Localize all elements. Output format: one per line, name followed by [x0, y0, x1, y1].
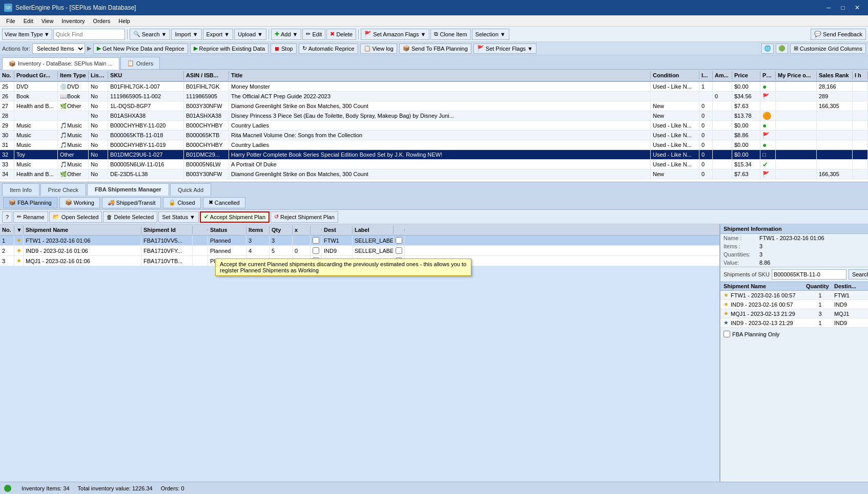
minimize-button[interactable]: ─ [822, 3, 835, 13]
fba-col-dest[interactable]: Dest [322, 226, 353, 234]
fba-accept-shipment-button[interactable]: ✔ Accept Shipment Plan [200, 211, 270, 223]
shipment-list-item[interactable]: ★ MQJ1 - 2023-02-13 21:29 3 MQJ1 [720, 309, 868, 318]
fba-set-status-button[interactable]: Set Status ▼ [158, 211, 199, 223]
fba-col-id[interactable]: Shipment Id [141, 226, 193, 234]
set-pricer-flags-button[interactable]: 🚩 Set Pricer Flags ▼ [473, 44, 536, 54]
table-row[interactable]: 32 Toy Other No B01DMC29U6-1-027 B01DMC2… [0, 150, 868, 160]
automatic-reprice-button[interactable]: ↻ Automatic Reprice [299, 44, 358, 54]
table-row[interactable]: 27 Health and B... 🌿 Other No 1L-DQSD-8G… [0, 101, 868, 111]
menu-help[interactable]: Help [114, 17, 134, 25]
upload-button[interactable]: Upload ▼ [234, 29, 266, 40]
table-row[interactable]: 30 Music 🎵 Music No B000065KTB-11-018 B0… [0, 131, 868, 140]
col-header-itemtype[interactable]: Item Type [58, 71, 89, 79]
maximize-button[interactable]: □ [836, 3, 850, 13]
fba-subtab-cancelled[interactable]: ✖ Cancelled [203, 197, 245, 208]
col-header-listed[interactable]: Liste... [89, 71, 108, 79]
fba-cell-qty: 3 [270, 235, 293, 245]
fba-subtab-planning[interactable]: 📦 FBA Planning [3, 197, 57, 208]
table-row[interactable]: 26 Book 📖 Book No 1119865905-11-002 1119… [0, 92, 868, 101]
table-row[interactable]: 31 Music 🎵 Music No B000CHYHBY-11-019 B0… [0, 140, 868, 150]
tab-price-check[interactable]: Price Check [40, 183, 86, 196]
shipment-list-item[interactable]: ★ IND9 - 2023-02-16 00:57 1 IND9 [720, 300, 868, 309]
import-button[interactable]: Import ▼ [171, 29, 201, 40]
col-header-pri[interactable]: Pri... [760, 71, 776, 79]
view-log-button[interactable]: 📋 View log [360, 44, 397, 54]
menu-orders[interactable]: Orders [89, 17, 115, 25]
close-button[interactable]: ✕ [851, 3, 864, 13]
fba-reject-shipment-button[interactable]: ↺ Reject Shipment Plan [271, 211, 338, 223]
menu-inventory[interactable]: Inventory [57, 17, 89, 25]
col-header-condition[interactable]: Condition [651, 71, 699, 79]
tab-inventory[interactable]: 📦 Inventory - DataBase: SEPlus Main ... [2, 57, 119, 70]
get-new-price-button[interactable]: ▶ Get New Price Data and Reprice [93, 44, 188, 54]
fba-subtab-shipped[interactable]: 🚚 Shipped/Transit [102, 197, 161, 208]
edit-label: Edit [312, 31, 322, 37]
menu-view[interactable]: View [37, 17, 58, 25]
table-row[interactable]: 25 DVD 💿 DVD No B01FIHL7GK-1-007 B01FIHL… [0, 82, 868, 92]
fba-col-status[interactable]: Status [208, 226, 246, 234]
menu-file[interactable]: File [2, 17, 19, 25]
fba-col-x[interactable]: x [293, 226, 311, 234]
tab-item-info[interactable]: Item Info [2, 183, 39, 196]
cell-itemtype: Other [58, 150, 89, 159]
set-amazon-flags-button[interactable]: 🚩 Set Amazon Flags ▼ [361, 29, 429, 40]
reprice-existing-button[interactable]: ▶ Reprice with Existing Data [190, 44, 268, 54]
view-item-type-button[interactable]: View Item Type ▼ [2, 29, 52, 40]
fba-open-selected-button[interactable]: 📂 Open Selected [49, 211, 102, 223]
col-header-salesrank[interactable]: Sales Rank [817, 71, 853, 79]
stop-button[interactable]: ⏹ Stop [271, 44, 297, 54]
col-header-title[interactable]: Title [229, 71, 651, 79]
fba-col-items[interactable]: Items [246, 226, 270, 234]
tab-orders[interactable]: 📋 Orders [120, 57, 160, 69]
menu-edit[interactable]: Edit [19, 17, 37, 25]
delete-button[interactable]: ✖ Delete [326, 29, 356, 40]
selection-button[interactable]: Selection ▼ [472, 29, 509, 40]
fba-list-item[interactable]: 2 ★ IND9 - 2023-02-16 01:06 FBA1710VFY..… [0, 246, 719, 256]
actions-for-select[interactable]: Selected Items [32, 44, 85, 54]
fba-row-checkbox2[interactable] [396, 237, 402, 244]
col-header-prodgr[interactable]: Product Gr... [14, 71, 58, 79]
icons-btn-1[interactable]: 🌐 [761, 44, 774, 54]
fba-delete-selected-button[interactable]: 🗑 Delete Selected [103, 211, 157, 223]
fba-planning-only-checkbox[interactable] [724, 331, 730, 337]
add-button[interactable]: ✚ Add ▼ [271, 29, 301, 40]
col-header-asin[interactable]: ASIN / ISB... [184, 71, 229, 79]
col-header-am[interactable]: Am... [713, 71, 732, 79]
table-row[interactable]: 29 Music 🎵 Music No B000CHYHBY-11-020 B0… [0, 121, 868, 131]
col-header-ih[interactable]: I h [853, 71, 868, 79]
sku-input[interactable] [772, 269, 846, 280]
table-row[interactable]: 34 Health and B... 🌿 Other No DE-23D5-LL… [0, 169, 868, 179]
tab-quick-add[interactable]: Quick Add [170, 183, 211, 196]
fba-subtab-closed[interactable]: 🔒 Closed [163, 197, 200, 208]
send-to-fba-button[interactable]: 📦 Send To FBA Planning [399, 44, 471, 54]
search-button[interactable]: 🔍 Search ▼ [130, 29, 171, 40]
table-row[interactable]: 33 Music 🎵 Music No B00005N6LW-11-016 B0… [0, 160, 868, 169]
fba-col-no[interactable]: No. [0, 226, 14, 234]
export-button[interactable]: Export ▼ [203, 29, 234, 40]
fba-row-checkbox2[interactable] [396, 247, 402, 254]
shipment-list-item[interactable]: ★ IND9 - 2023-02-13 21:29 1 IND9 [720, 318, 868, 328]
col-header-i[interactable]: I... [699, 71, 713, 79]
fba-col-name[interactable]: Shipment Name [24, 226, 141, 234]
tab-fba-shipments[interactable]: FBA Shipments Manager [87, 183, 169, 196]
edit-button[interactable]: ✏ Edit [302, 29, 325, 40]
fba-row-checkbox[interactable] [313, 237, 319, 244]
sku-search-button[interactable]: Search [849, 269, 868, 280]
col-header-price[interactable]: Price [732, 71, 760, 79]
fba-list-item[interactable]: 1 ★ FTW1 - 2023-02-16 01:06 FBA1710VV5..… [0, 235, 719, 246]
shipment-list-item[interactable]: ★ FTW1 - 2023-02-16 00:57 1 FTW1 [720, 291, 868, 300]
table-row[interactable]: 28 No B01ASHXA38 B01ASHXA38 Disney Princ… [0, 111, 868, 121]
fba-col-qty[interactable]: Qty [270, 226, 293, 234]
fba-subtab-working[interactable]: 📦 Working [59, 197, 100, 208]
fba-col-label[interactable]: Label [353, 226, 394, 234]
col-header-myprice[interactable]: My Price o... [776, 71, 817, 79]
col-header-sku[interactable]: SKU [108, 71, 184, 79]
quick-find-input[interactable] [54, 31, 125, 37]
customize-grid-button[interactable]: ⊞ Customize Grid Columns [790, 44, 866, 54]
icons-btn-2[interactable]: 🟢 [776, 44, 788, 54]
fba-help-button[interactable]: ? [2, 211, 12, 223]
send-feedback-button[interactable]: 💬 Send Feedback [811, 29, 866, 40]
fba-rename-button[interactable]: ✏ Rename [13, 211, 48, 223]
fba-row-checkbox[interactable] [313, 247, 319, 254]
clone-item-button[interactable]: ⧉ Clone Item [430, 29, 470, 40]
